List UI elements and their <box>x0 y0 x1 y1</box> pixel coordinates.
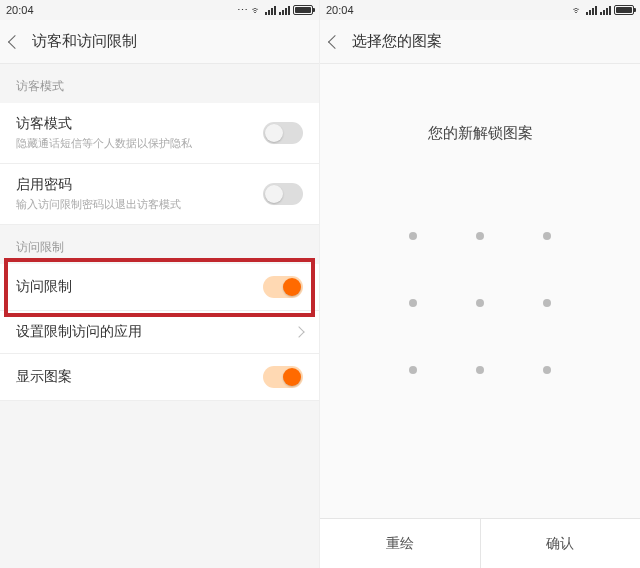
pattern-dot[interactable] <box>409 366 417 374</box>
signal-icon-2 <box>279 6 290 15</box>
pattern-dot[interactable] <box>409 299 417 307</box>
section-label-guest: 访客模式 <box>0 64 319 103</box>
pattern-area: 您的新解锁图案 <box>320 64 640 518</box>
row-guest-mode[interactable]: 访客模式 隐藏通话短信等个人数据以保护隐私 <box>0 103 319 164</box>
status-time: 20:04 <box>326 4 354 16</box>
back-icon[interactable] <box>8 34 22 48</box>
page-title: 选择您的图案 <box>352 32 442 51</box>
pattern-dot[interactable] <box>409 232 417 240</box>
row-access-restrict[interactable]: 访问限制 <box>0 264 319 311</box>
row-enable-password[interactable]: 启用密码 输入访问限制密码以退出访客模式 <box>0 164 319 225</box>
row-subtitle: 隐藏通话短信等个人数据以保护隐私 <box>16 136 192 151</box>
nav-bar: 访客和访问限制 <box>0 20 319 64</box>
row-title: 访问限制 <box>16 278 72 296</box>
chevron-right-icon <box>293 326 304 337</box>
pattern-grid[interactable] <box>380 203 580 403</box>
signal-icon <box>586 6 597 15</box>
button-label: 确认 <box>546 535 574 553</box>
battery-icon <box>614 5 634 15</box>
pattern-dot[interactable] <box>476 299 484 307</box>
more-icon: ⋯ <box>237 4 248 17</box>
row-subtitle: 输入访问限制密码以退出访客模式 <box>16 197 181 212</box>
signal-icon <box>265 6 276 15</box>
confirm-button[interactable]: 确认 <box>480 519 641 568</box>
back-icon[interactable] <box>328 34 342 48</box>
nav-bar: 选择您的图案 <box>320 20 640 64</box>
toggle-access-restrict[interactable] <box>263 276 303 298</box>
status-indicators: ᯤ <box>572 4 634 16</box>
status-indicators: ⋯ ᯤ <box>237 4 313 17</box>
toggle-password[interactable] <box>263 183 303 205</box>
page-title: 访客和访问限制 <box>32 32 137 51</box>
battery-icon <box>293 5 313 15</box>
status-bar: 20:04 ⋯ ᯤ <box>0 0 319 20</box>
status-time: 20:04 <box>6 4 34 16</box>
row-show-pattern[interactable]: 显示图案 <box>0 354 319 401</box>
row-title: 访客模式 <box>16 115 192 133</box>
wifi-icon: ᯤ <box>251 4 262 16</box>
section-label-restrict: 访问限制 <box>0 225 319 264</box>
row-access-restrict-wrapper: 访问限制 <box>0 264 319 311</box>
toggle-guest-mode[interactable] <box>263 122 303 144</box>
row-restricted-apps[interactable]: 设置限制访问的应用 <box>0 311 319 354</box>
row-title: 启用密码 <box>16 176 181 194</box>
bottom-bar: 重绘 确认 <box>320 518 640 568</box>
redraw-button[interactable]: 重绘 <box>320 519 480 568</box>
pattern-dot[interactable] <box>543 232 551 240</box>
status-bar: 20:04 ᯤ <box>320 0 640 20</box>
row-title: 设置限制访问的应用 <box>16 323 142 341</box>
row-title: 显示图案 <box>16 368 72 386</box>
pattern-title: 您的新解锁图案 <box>428 124 533 143</box>
toggle-show-pattern[interactable] <box>263 366 303 388</box>
signal-icon-2 <box>600 6 611 15</box>
pattern-dot[interactable] <box>476 366 484 374</box>
pattern-dot[interactable] <box>476 232 484 240</box>
screen-choose-pattern: 20:04 ᯤ 选择您的图案 您的新解锁图案 重绘 确认 <box>320 0 640 568</box>
pattern-dot[interactable] <box>543 299 551 307</box>
button-label: 重绘 <box>386 535 414 553</box>
pattern-dot[interactable] <box>543 366 551 374</box>
wifi-icon: ᯤ <box>572 4 583 16</box>
screen-guest-restrictions: 20:04 ⋯ ᯤ 访客和访问限制 访客模式 访客模式 隐藏通话短信等个人数据以… <box>0 0 320 568</box>
